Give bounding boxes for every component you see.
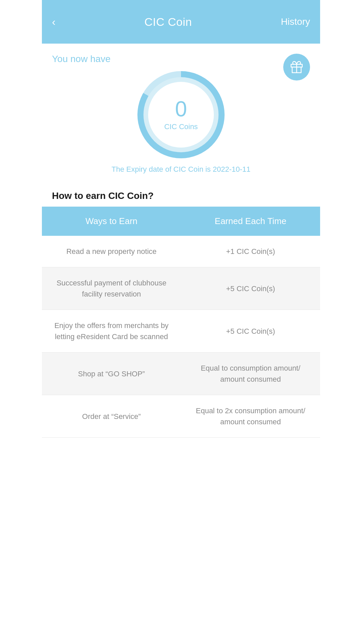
page-title: CIC Coin <box>144 15 192 29</box>
table-row: Successful payment of clubhouse facility… <box>42 267 320 310</box>
earned-each-time-cell: +1 CIC Coin(s) <box>181 236 320 267</box>
col-ways-to-earn: Ways to Earn <box>42 207 181 236</box>
app-header: ‹ CIC Coin History <box>42 0 320 44</box>
you-now-have-label: You now have <box>52 54 111 64</box>
history-button[interactable]: History <box>281 16 310 27</box>
ways-to-earn-cell: Shop at “GO SHOP” <box>42 353 181 395</box>
table-row: Enjoy the offers from merchants by letti… <box>42 310 320 353</box>
table-row: Read a new property notice+1 CIC Coin(s) <box>42 236 320 267</box>
table-row: Order at “Service”Equal to 2x consumptio… <box>42 395 320 438</box>
earned-each-time-cell: +5 CIC Coin(s) <box>181 267 320 310</box>
ways-to-earn-cell: Read a new property notice <box>42 236 181 267</box>
expiry-text: The Expiry date of CIC Coin is 2022-10-1… <box>52 165 310 174</box>
how-to-earn-heading: How to earn CIC Coin? <box>42 191 320 207</box>
earned-each-time-cell: Equal to consumption amount/ amount cons… <box>181 353 320 395</box>
ways-to-earn-cell: Order at “Service” <box>42 395 181 437</box>
table-header: Ways to Earn Earned Each Time <box>42 207 320 236</box>
col-earned-each-time: Earned Each Time <box>181 207 320 236</box>
ways-to-earn-cell: Enjoy the offers from merchants by letti… <box>42 310 181 352</box>
coin-circle-inner: 0 CIC Coins <box>148 82 214 148</box>
coin-circle-middle: 0 CIC Coins <box>143 77 219 152</box>
ways-to-earn-cell: Successful payment of clubhouse facility… <box>42 267 181 310</box>
earned-each-time-cell: Equal to 2x consumption amount/ amount c… <box>181 395 320 437</box>
coin-unit-label: CIC Coins <box>164 122 198 131</box>
coin-circle-container: 0 CIC Coins <box>52 71 310 158</box>
table-row: Shop at “GO SHOP”Equal to consumption am… <box>42 353 320 395</box>
earn-table: Ways to Earn Earned Each Time Read a new… <box>42 207 320 438</box>
coin-circle-outer: 0 CIC Coins <box>137 71 225 158</box>
main-content: You now have 0 CIC Coins The Expiry date… <box>42 44 320 191</box>
back-button[interactable]: ‹ <box>52 16 56 28</box>
earned-each-time-cell: +5 CIC Coin(s) <box>181 310 320 352</box>
table-body: Read a new property notice+1 CIC Coin(s)… <box>42 236 320 438</box>
coin-count: 0 <box>175 98 187 120</box>
